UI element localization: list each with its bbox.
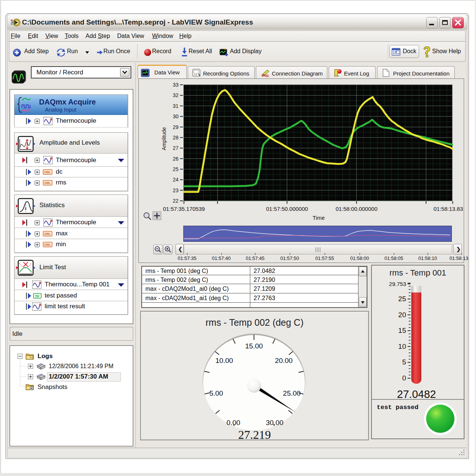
svg-text:01:58:00.000000: 01:58:00.000000 — [335, 206, 377, 212]
svg-text:5: 5 — [402, 358, 406, 366]
svg-text:25: 25 — [173, 166, 178, 172]
svg-text:10: 10 — [398, 342, 406, 350]
svg-text:DBL: DBL — [44, 243, 51, 247]
svg-text:20: 20 — [398, 311, 406, 319]
svg-text:R: R — [50, 118, 53, 121]
svg-text:5.00: 5.00 — [209, 389, 223, 397]
svg-text:33: 33 — [173, 82, 178, 88]
svg-text:DBL: DBL — [44, 170, 51, 174]
svg-text:0.00: 0.00 — [226, 419, 240, 427]
svg-text:Amplitude: Amplitude — [161, 127, 167, 150]
svg-text:R: R — [50, 157, 53, 160]
svg-text:15.00: 15.00 — [245, 342, 263, 350]
svg-text:25.00: 25.00 — [283, 389, 301, 397]
svg-text:15: 15 — [398, 327, 406, 334]
svg-text:R: R — [39, 281, 42, 285]
svg-text:R: R — [50, 219, 53, 223]
svg-text:20.00: 20.00 — [275, 357, 293, 364]
svg-text:22: 22 — [173, 198, 178, 204]
svg-text:x: x — [24, 206, 27, 210]
svg-text:01:57:50.000000: 01:57:50.000000 — [266, 206, 308, 212]
svg-text:TF: TF — [35, 294, 39, 298]
svg-text:32: 32 — [173, 92, 178, 98]
svg-text:29: 29 — [173, 124, 178, 130]
svg-text:DBL: DBL — [44, 181, 51, 185]
svg-text:23: 23 — [173, 187, 178, 193]
svg-text:30.00: 30.00 — [266, 419, 284, 427]
svg-text:01:57:35.170539: 01:57:35.170539 — [163, 206, 205, 212]
svg-text:29.753: 29.753 — [389, 281, 406, 287]
svg-text:31: 31 — [173, 103, 178, 109]
svg-text:0: 0 — [402, 374, 406, 382]
svg-text:R: R — [39, 303, 42, 307]
svg-text:10.00: 10.00 — [215, 357, 233, 364]
svg-text:30: 30 — [173, 113, 178, 119]
svg-text:Time: Time — [313, 215, 325, 221]
svg-text:26: 26 — [173, 156, 178, 162]
svg-text:24: 24 — [173, 177, 178, 183]
svg-text:01:58:13.83: 01:58:13.83 — [434, 206, 463, 212]
svg-text:DBL: DBL — [44, 232, 51, 236]
svg-text:27: 27 — [173, 145, 178, 151]
svg-text:25: 25 — [398, 295, 406, 303]
svg-text:28: 28 — [173, 135, 178, 141]
